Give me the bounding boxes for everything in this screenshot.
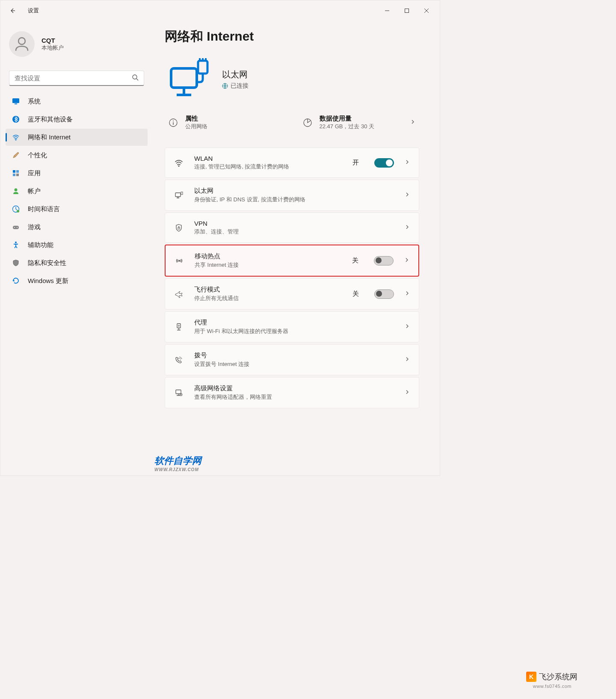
svg-rect-31 bbox=[176, 390, 181, 394]
sidebar-item-gaming[interactable]: 游戏 bbox=[6, 218, 148, 236]
sidebar-item-apps[interactable]: 应用 bbox=[6, 165, 148, 182]
sidebar-item-time[interactable]: 时间和语言 bbox=[6, 201, 148, 218]
svg-rect-25 bbox=[175, 193, 181, 197]
back-button[interactable] bbox=[4, 3, 21, 18]
user-section[interactable]: CQT 本地帐户 bbox=[4, 28, 149, 67]
setting-wlan[interactable]: WLAN 连接, 管理已知网络, 按流量计费的网络 开 bbox=[165, 147, 419, 178]
svg-rect-18 bbox=[171, 68, 197, 88]
maximize-icon bbox=[405, 9, 409, 13]
chevron-right-icon bbox=[404, 224, 410, 232]
setting-advanced[interactable]: 高级网络设置 查看所有网络适配器，网络重置 bbox=[165, 377, 419, 408]
svg-point-6 bbox=[15, 139, 17, 141]
sidebar-item-system[interactable]: 系统 bbox=[6, 93, 148, 110]
svg-point-28 bbox=[178, 260, 180, 262]
sidebar-item-label: 蓝牙和其他设备 bbox=[28, 115, 73, 124]
chevron-right-icon bbox=[410, 119, 416, 127]
titlebar: 设置 bbox=[0, 0, 440, 21]
chevron-right-icon bbox=[404, 257, 410, 265]
svg-point-16 bbox=[17, 227, 18, 228]
person-icon bbox=[13, 35, 31, 53]
properties-card[interactable]: 属性 公用网络 bbox=[165, 111, 285, 134]
maximize-button[interactable] bbox=[397, 4, 417, 18]
search-input[interactable] bbox=[15, 74, 132, 82]
toggle-label: 关 bbox=[352, 257, 358, 265]
minimize-button[interactable] bbox=[377, 4, 397, 18]
close-button[interactable] bbox=[417, 4, 436, 18]
sidebar-item-label: 时间和语言 bbox=[28, 205, 60, 213]
network-settings-icon bbox=[174, 388, 184, 398]
setting-title: WLAN bbox=[194, 155, 342, 162]
setting-desc: 添加、连接、管理 bbox=[194, 228, 394, 236]
content-area: 网络和 Internet 以太网 已连接 属性 bbox=[154, 21, 440, 475]
data-usage-card[interactable]: 数据使用量 22.47 GB，过去 30 天 bbox=[299, 111, 420, 134]
airplane-icon bbox=[174, 289, 184, 299]
svg-rect-14 bbox=[13, 226, 19, 229]
close-icon bbox=[424, 9, 429, 13]
sidebar-item-label: 网络和 Internet bbox=[28, 133, 71, 142]
hotspot-icon bbox=[174, 256, 184, 266]
chevron-right-icon bbox=[404, 159, 410, 167]
sidebar-item-bluetooth[interactable]: 蓝牙和其他设备 bbox=[6, 111, 148, 128]
hotspot-toggle[interactable] bbox=[374, 256, 394, 265]
minimize-icon bbox=[385, 9, 389, 13]
chevron-right-icon bbox=[404, 389, 410, 397]
sidebar-item-update[interactable]: Windows 更新 bbox=[6, 272, 148, 289]
airplane-toggle[interactable] bbox=[374, 289, 394, 299]
sidebar-item-personalize[interactable]: 个性化 bbox=[6, 147, 148, 164]
sidebar-item-label: Windows 更新 bbox=[28, 277, 68, 285]
svg-rect-9 bbox=[13, 174, 15, 176]
setting-title: 以太网 bbox=[194, 187, 394, 195]
svg-rect-26 bbox=[181, 192, 183, 195]
wlan-toggle[interactable] bbox=[374, 158, 394, 168]
setting-ethernet[interactable]: 以太网 身份验证, IP 和 DNS 设置, 按流量计费的网络 bbox=[165, 180, 419, 211]
setting-title: 代理 bbox=[194, 319, 394, 327]
chevron-right-icon bbox=[404, 290, 410, 298]
watermark-rjzxw: 软件自学网 WWW.RJZXW.COM bbox=[154, 454, 201, 472]
svg-rect-7 bbox=[13, 170, 15, 173]
accounts-icon bbox=[12, 187, 20, 195]
svg-point-24 bbox=[178, 165, 179, 166]
setting-airplane[interactable]: 飞行模式 停止所有无线通信 关 bbox=[165, 278, 419, 310]
sidebar-item-label: 游戏 bbox=[28, 223, 41, 231]
data-usage-subtitle: 22.47 GB，过去 30 天 bbox=[320, 123, 375, 130]
svg-point-15 bbox=[14, 227, 15, 228]
svg-rect-8 bbox=[16, 170, 19, 173]
ethernet-icon bbox=[174, 190, 184, 201]
setting-proxy[interactable]: 代理 用于 Wi-Fi 和以太网连接的代理服务器 bbox=[165, 311, 419, 342]
svg-rect-27 bbox=[178, 227, 180, 229]
globe-icon bbox=[222, 83, 228, 89]
sidebar-item-accessibility[interactable]: 辅助功能 bbox=[6, 236, 148, 254]
sidebar-item-network[interactable]: 网络和 Internet bbox=[6, 129, 148, 146]
properties-subtitle: 公用网络 bbox=[185, 123, 207, 130]
sidebar-item-label: 应用 bbox=[28, 169, 41, 177]
apps-icon bbox=[12, 169, 20, 177]
svg-point-17 bbox=[15, 242, 17, 243]
data-usage-title: 数据使用量 bbox=[320, 115, 375, 123]
sidebar-item-privacy[interactable]: 隐私和安全性 bbox=[6, 254, 148, 271]
toggle-label: 开 bbox=[352, 159, 359, 167]
chevron-right-icon bbox=[404, 356, 410, 364]
gamepad-icon bbox=[12, 223, 20, 231]
toggle-label: 关 bbox=[352, 290, 359, 298]
connection-name: 以太网 bbox=[222, 69, 249, 80]
search-icon bbox=[132, 74, 139, 83]
setting-vpn[interactable]: VPN 添加、连接、管理 bbox=[165, 212, 419, 243]
svg-rect-19 bbox=[198, 61, 207, 74]
wifi-icon bbox=[12, 133, 20, 142]
setting-desc: 用于 Wi-Fi 和以太网连接的代理服务器 bbox=[194, 327, 394, 335]
setting-hotspot[interactable]: 移动热点 共享 Internet 连接 关 bbox=[165, 245, 419, 277]
avatar bbox=[9, 31, 35, 57]
setting-title: VPN bbox=[194, 220, 394, 227]
update-icon bbox=[12, 277, 20, 285]
arrow-left-icon bbox=[9, 7, 16, 14]
sidebar-item-accounts[interactable]: 帐户 bbox=[6, 183, 148, 200]
bluetooth-icon bbox=[12, 115, 20, 124]
setting-title: 高级网络设置 bbox=[194, 384, 394, 392]
ethernet-graphic-icon bbox=[165, 56, 212, 103]
search-box[interactable] bbox=[9, 71, 144, 86]
svg-point-13 bbox=[17, 210, 19, 212]
setting-dialup[interactable]: 拨号 设置拨号 Internet 连接 bbox=[165, 344, 419, 375]
pie-chart-icon bbox=[302, 118, 313, 128]
sidebar-item-label: 系统 bbox=[28, 97, 41, 106]
svg-rect-29 bbox=[177, 324, 181, 328]
